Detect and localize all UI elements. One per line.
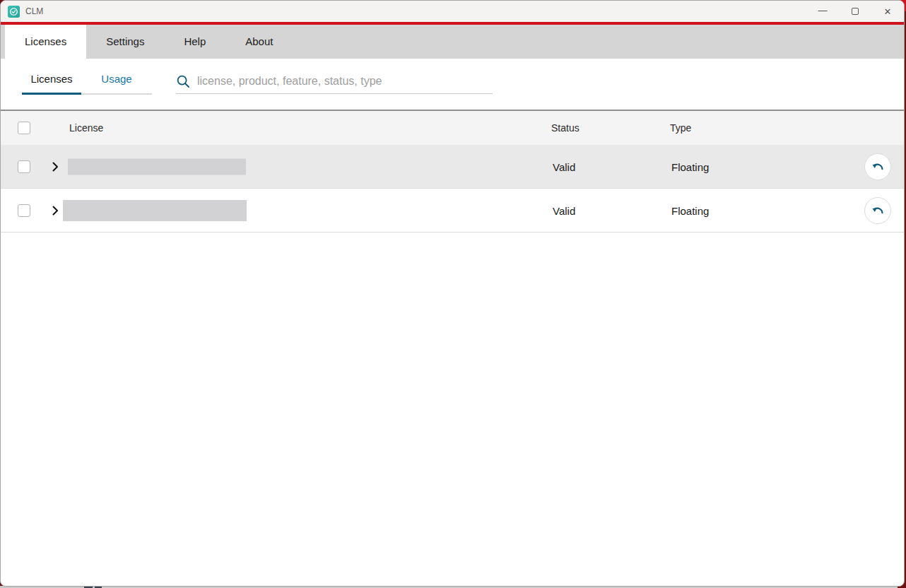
tab-help[interactable]: Help bbox=[164, 25, 225, 59]
undo-arrow-icon bbox=[870, 159, 886, 175]
table-header: License Status Type bbox=[1, 110, 904, 145]
return-license-button[interactable] bbox=[864, 153, 891, 180]
status-value: Valid bbox=[553, 204, 575, 216]
clm-app-window: CLM — ✕ Licenses Settings Help About Lic… bbox=[0, 0, 905, 587]
app-logo-icon bbox=[8, 6, 20, 18]
undo-arrow-icon bbox=[870, 203, 886, 218]
license-name-redacted bbox=[68, 158, 246, 175]
subtab-licenses[interactable]: Licenses bbox=[22, 67, 81, 95]
status-value: Valid bbox=[553, 160, 575, 172]
close-icon: ✕ bbox=[884, 6, 892, 17]
column-header-type: Type bbox=[670, 122, 691, 134]
row-checkbox[interactable] bbox=[18, 204, 30, 217]
close-button[interactable]: ✕ bbox=[871, 1, 904, 22]
row-checkbox[interactable] bbox=[18, 160, 30, 173]
expand-chevron-icon[interactable] bbox=[50, 206, 60, 216]
license-name-redacted bbox=[63, 200, 247, 221]
return-license-button[interactable] bbox=[864, 197, 891, 224]
column-header-license: License bbox=[69, 122, 103, 134]
search-field bbox=[176, 69, 493, 94]
controls-row: Licenses Usage + Borrow + Add bbox=[1, 59, 904, 110]
empty-content-area bbox=[1, 233, 904, 574]
title-bar: CLM — ✕ bbox=[1, 1, 904, 22]
type-value: Floating bbox=[671, 160, 709, 172]
minimize-icon: — bbox=[818, 5, 828, 16]
expand-chevron-icon[interactable] bbox=[50, 162, 60, 172]
maximize-icon bbox=[852, 8, 859, 15]
subtab-usage[interactable]: Usage bbox=[81, 67, 152, 95]
maximize-button[interactable] bbox=[839, 1, 871, 22]
table-row[interactable]: Valid Floating bbox=[1, 145, 904, 189]
type-value: Floating bbox=[671, 204, 709, 216]
main-tab-bar: Licenses Settings Help About bbox=[1, 25, 904, 59]
tab-licenses[interactable]: Licenses bbox=[5, 25, 86, 59]
search-icon bbox=[176, 74, 190, 88]
caption-controls: — ✕ bbox=[806, 1, 904, 22]
search-input[interactable] bbox=[197, 75, 493, 88]
window-title: CLM bbox=[25, 6, 43, 16]
column-header-status: Status bbox=[551, 122, 580, 134]
tab-about[interactable]: About bbox=[225, 25, 293, 59]
select-all-checkbox[interactable] bbox=[18, 122, 30, 134]
sub-tab-bar: Licenses Usage bbox=[22, 67, 152, 95]
tab-settings[interactable]: Settings bbox=[86, 25, 164, 59]
minimize-button[interactable]: — bbox=[806, 1, 839, 22]
table-row[interactable]: Valid Floating bbox=[1, 189, 904, 233]
